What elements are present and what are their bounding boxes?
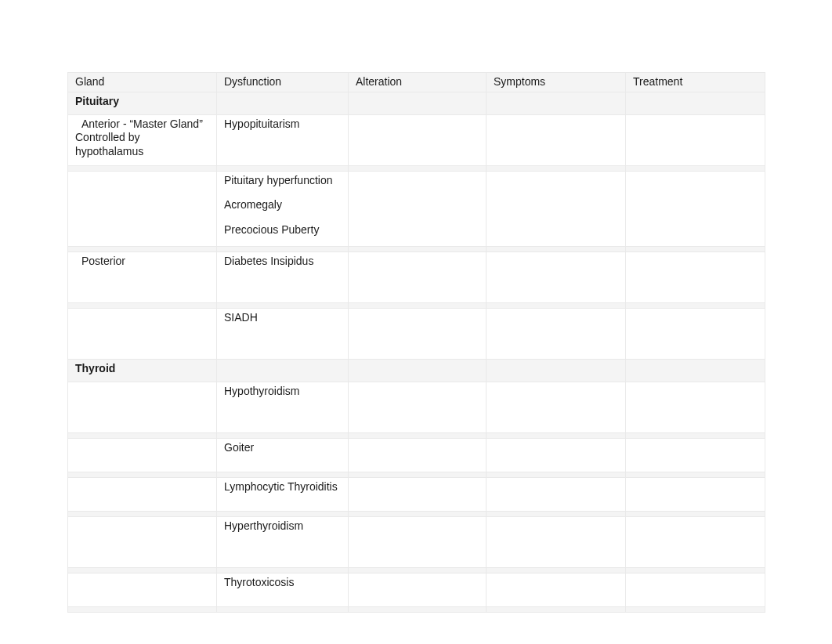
separator xyxy=(68,567,765,573)
empty-cell xyxy=(487,171,626,246)
empty-cell xyxy=(68,516,217,567)
row-hypothyroidism: Hypothyroidism xyxy=(68,382,765,432)
empty-cell xyxy=(626,438,765,472)
empty-cell xyxy=(487,308,626,359)
empty-cell xyxy=(487,477,626,511)
row-posterior: Posterior Diabetes Insipidus xyxy=(68,251,765,302)
empty-cell xyxy=(68,382,217,432)
empty-cell xyxy=(487,438,626,472)
empty-cell xyxy=(217,359,349,382)
empty-cell xyxy=(349,573,487,606)
empty-cell xyxy=(626,251,765,302)
empty-cell xyxy=(68,308,217,359)
dys-pit-hyper-l1: Pituitary hyperfunction xyxy=(224,174,333,186)
col-dysfunction: Dysfunction xyxy=(217,73,349,92)
anterior-line2: Controlled by hypothalamus xyxy=(75,131,143,157)
separator xyxy=(68,606,765,612)
empty-cell xyxy=(626,359,765,382)
posterior-label: Posterior xyxy=(75,255,125,269)
empty-cell xyxy=(487,573,626,606)
empty-cell xyxy=(68,438,217,472)
group-label-thyroid: Thyroid xyxy=(68,359,217,382)
empty-cell xyxy=(349,516,487,567)
separator xyxy=(68,302,765,308)
cell-dys-lympho: Lymphocytic Thyroiditis xyxy=(217,477,349,511)
row-siadh: SIADH xyxy=(68,308,765,359)
empty-cell xyxy=(349,308,487,359)
dys-pit-hyper-l3: Precocious Puberty xyxy=(224,223,319,236)
empty-cell xyxy=(626,92,765,114)
cell-gland-posterior: Posterior xyxy=(68,251,217,302)
cell-dys-pit-hyper: Pituitary hyperfunction Acromegaly Preco… xyxy=(217,171,349,246)
row-anterior: Anterior - “Master Gland” Controlled by … xyxy=(68,114,765,165)
separator xyxy=(68,246,765,251)
empty-cell xyxy=(626,573,765,606)
empty-cell xyxy=(487,516,626,567)
empty-cell xyxy=(487,382,626,432)
cell-gland-anterior: Anterior - “Master Gland” Controlled by … xyxy=(68,114,217,165)
empty-cell xyxy=(626,171,765,246)
table-header-row: Gland Dysfunction Alteration Symptoms Tr… xyxy=(68,73,765,92)
separator xyxy=(68,432,765,438)
empty-cell xyxy=(487,114,626,165)
endocrine-table: Gland Dysfunction Alteration Symptoms Tr… xyxy=(67,72,765,613)
empty-cell xyxy=(349,382,487,432)
empty-cell xyxy=(217,92,349,114)
empty-cell xyxy=(349,438,487,472)
empty-cell xyxy=(349,92,487,114)
empty-cell xyxy=(626,114,765,165)
col-treatment: Treatment xyxy=(626,73,765,92)
empty-cell xyxy=(487,251,626,302)
col-alteration: Alteration xyxy=(349,73,487,92)
cell-dys-hypopituitarism: Hypopituitarism xyxy=(217,114,349,165)
empty-cell xyxy=(626,308,765,359)
cell-dys-goiter: Goiter xyxy=(217,438,349,472)
cell-dys-di: Diabetes Insipidus xyxy=(217,251,349,302)
empty-cell xyxy=(349,477,487,511)
row-thyrotoxicosis: Thyrotoxicosis xyxy=(68,573,765,606)
group-thyroid: Thyroid xyxy=(68,359,765,382)
separator xyxy=(68,472,765,477)
empty-cell xyxy=(349,171,487,246)
empty-cell xyxy=(487,92,626,114)
empty-cell xyxy=(349,114,487,165)
cell-dys-thyrotox: Thyrotoxicosis xyxy=(217,573,349,606)
col-gland: Gland xyxy=(68,73,217,92)
empty-cell xyxy=(349,251,487,302)
empty-cell xyxy=(68,171,217,246)
row-lympho-thyroiditis: Lymphocytic Thyroiditis xyxy=(68,477,765,511)
col-symptoms: Symptoms xyxy=(487,73,626,92)
empty-cell xyxy=(349,359,487,382)
empty-cell xyxy=(626,477,765,511)
dys-pit-hyper-l2: Acromegaly xyxy=(224,198,282,211)
empty-cell xyxy=(626,382,765,432)
row-pituitary-hyperfunction: Pituitary hyperfunction Acromegaly Preco… xyxy=(68,171,765,246)
separator xyxy=(68,165,765,171)
cell-dys-hypothyroid: Hypothyroidism xyxy=(217,382,349,432)
empty-cell xyxy=(68,477,217,511)
group-label-pituitary: Pituitary xyxy=(68,92,217,114)
row-goiter: Goiter xyxy=(68,438,765,472)
group-pituitary: Pituitary xyxy=(68,92,765,114)
empty-cell xyxy=(487,359,626,382)
empty-cell xyxy=(68,573,217,606)
separator xyxy=(68,511,765,516)
anterior-line1: Anterior - “Master Gland” xyxy=(75,118,203,132)
cell-dys-hyperthyroid: Hyperthyroidism xyxy=(217,516,349,567)
document-page: Gland Dysfunction Alteration Symptoms Tr… xyxy=(0,0,832,644)
row-hyperthyroidism: Hyperthyroidism xyxy=(68,516,765,567)
empty-cell xyxy=(626,516,765,567)
cell-dys-siadh: SIADH xyxy=(217,308,349,359)
